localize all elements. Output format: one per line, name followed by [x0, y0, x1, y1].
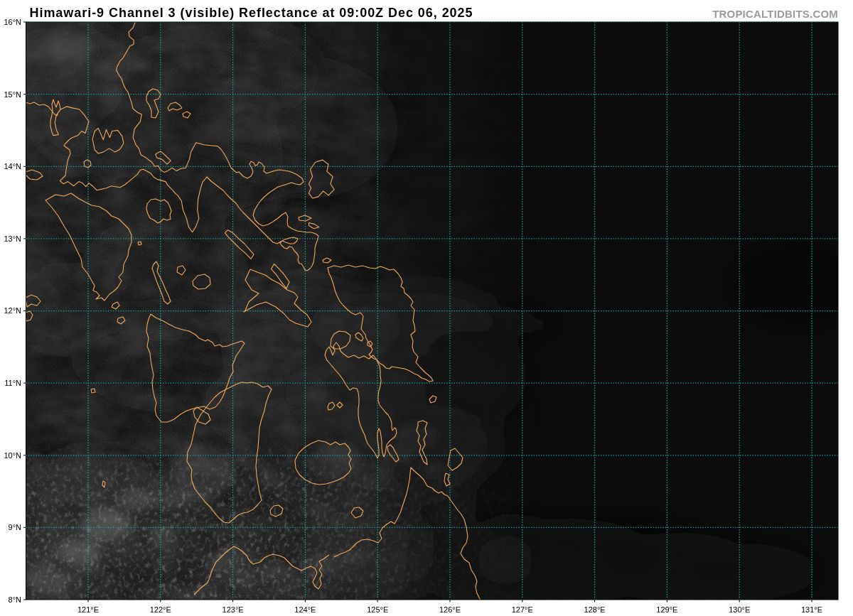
svg-text:121°E: 121°E	[77, 605, 99, 614]
svg-text:9°N: 9°N	[9, 523, 22, 531]
svg-text:124°E: 124°E	[294, 605, 316, 614]
svg-text:16°N: 16°N	[4, 18, 21, 26]
svg-text:Himawari-9 Channel 3 (visible): Himawari-9 Channel 3 (visible) Reflectan…	[30, 6, 473, 20]
svg-text:125°E: 125°E	[367, 605, 388, 614]
svg-text:12°N: 12°N	[4, 306, 21, 315]
svg-text:10°N: 10°N	[4, 451, 21, 460]
svg-text:131°E: 131°E	[801, 605, 822, 614]
svg-text:14°N: 14°N	[4, 162, 21, 171]
svg-text:8°N: 8°N	[9, 595, 22, 604]
svg-text:130°E: 130°E	[729, 605, 750, 614]
svg-text:15°N: 15°N	[4, 90, 21, 99]
svg-text:129°E: 129°E	[656, 605, 677, 614]
svg-text:122°E: 122°E	[150, 605, 171, 614]
svg-text:128°E: 128°E	[584, 605, 606, 614]
svg-text:11°N: 11°N	[4, 379, 21, 387]
svg-text:123°E: 123°E	[222, 605, 244, 614]
svg-text:13°N: 13°N	[4, 234, 21, 243]
svg-text:TROPICALTIDBITS.COM: TROPICALTIDBITS.COM	[712, 8, 838, 20]
svg-text:127°E: 127°E	[512, 605, 533, 614]
svg-text:126°E: 126°E	[439, 605, 461, 614]
